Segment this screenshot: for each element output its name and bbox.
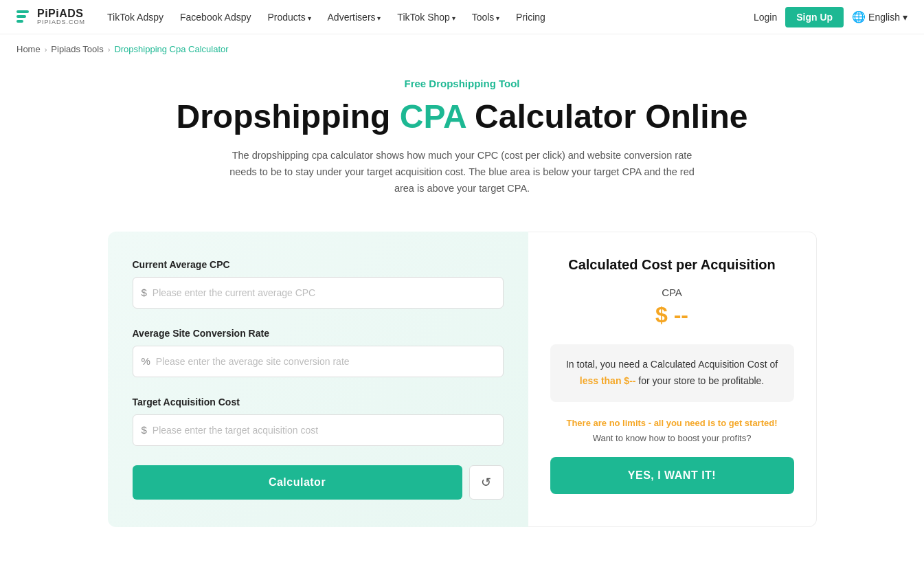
nav-item-tools[interactable]: Tools — [472, 11, 499, 23]
hero-section: Free Dropshipping Tool Dropshipping CPA … — [0, 64, 924, 218]
logo[interactable]: PiPiADS PIPIADS.COM — [16, 8, 85, 26]
hero-title-part1: Dropshipping — [176, 98, 399, 135]
result-info-box: In total, you need a Calculated Acquisit… — [550, 344, 794, 402]
nav-item-products[interactable]: Products — [268, 11, 311, 23]
navbar-right: Login Sign Up 🌐 English ▾ — [754, 7, 908, 27]
target-input[interactable] — [153, 425, 495, 436]
breadcrumb-sep-1: › — [45, 45, 47, 54]
logo-text: PiPiADS PIPIADS.COM — [37, 8, 85, 26]
target-label: Target Acquisition Cost — [133, 397, 504, 408]
nav-item-facebook-adspy[interactable]: Facebook Adspy — [180, 11, 251, 23]
hero-title-cpa: CPA — [400, 98, 466, 135]
language-selector[interactable]: 🌐 English ▾ — [852, 10, 908, 23]
calculator-form-panel: Current Average CPC $ Average Site Conve… — [108, 232, 528, 527]
cpc-label: Current Average CPC — [133, 259, 504, 270]
conversion-label: Average Site Conversion Rate — [133, 328, 504, 339]
breadcrumb-home[interactable]: Home — [16, 44, 41, 54]
hero-title-part2: Calculator Online — [466, 98, 748, 135]
target-prefix: $ — [142, 424, 147, 436]
conversion-prefix: % — [142, 355, 150, 367]
nav-link-tools[interactable]: Tools — [472, 12, 499, 23]
info-text-after: for your store to be profitable. — [635, 375, 764, 386]
cpa-label: CPA — [550, 287, 794, 298]
nav-item-advertisers[interactable]: Advertisers — [328, 11, 381, 23]
result-title: Calculated Cost per Acquisition — [550, 257, 794, 273]
language-label: English — [868, 12, 900, 23]
cpc-input-wrapper: $ — [133, 277, 504, 309]
conversion-form-group: Average Site Conversion Rate % — [133, 328, 504, 377]
result-panel: Calculated Cost per Acquisition CPA $ --… — [528, 232, 817, 527]
nav-item-pricing[interactable]: Pricing — [516, 11, 545, 23]
breadcrumb-tools[interactable]: Pipiads Tools — [51, 44, 103, 54]
nav-link-tiktok-shop[interactable]: TikTok Shop — [397, 12, 455, 23]
signup-button[interactable]: Sign Up — [785, 7, 844, 27]
login-button[interactable]: Login — [754, 12, 777, 23]
nav-link-products[interactable]: Products — [268, 12, 311, 23]
nav-link-facebook-adspy[interactable]: Facebook Adspy — [180, 12, 251, 23]
upsell-line1: There are no limits - all you need is to… — [566, 418, 777, 428]
logo-main-text: PiPiADS — [37, 8, 85, 20]
content-area: Current Average CPC $ Average Site Conve… — [91, 232, 833, 527]
globe-icon: 🌐 — [852, 10, 866, 23]
logo-sub-text: PIPIADS.COM — [37, 19, 85, 26]
reset-icon: ↺ — [481, 475, 491, 490]
form-button-row: Calculator ↺ — [133, 465, 504, 500]
target-input-wrapper: $ — [133, 414, 504, 446]
info-text-before: In total, you need a Calculated Acquisit… — [566, 359, 778, 370]
nav-link-pricing[interactable]: Pricing — [516, 12, 545, 23]
cpc-form-group: Current Average CPC $ — [133, 259, 504, 309]
cpc-input[interactable] — [153, 287, 495, 298]
cpa-value: $ -- — [550, 302, 794, 328]
conversion-input-wrapper: % — [133, 346, 504, 377]
nav-item-tiktok-shop[interactable]: TikTok Shop — [397, 11, 455, 23]
logo-icon — [16, 10, 29, 23]
upsell-text: There are no limits - all you need is to… — [550, 416, 794, 446]
hero-description: The dropshipping cpa calculator shows ho… — [222, 148, 703, 197]
navbar: PiPiADS PIPIADS.COM TikTok Adspy Faceboo… — [0, 0, 924, 34]
upsell-line2: Want to know how to boost your profits? — [593, 433, 752, 443]
conversion-input[interactable] — [156, 356, 495, 367]
nav-menu: TikTok Adspy Facebook Adspy Products Adv… — [107, 11, 754, 23]
reset-button[interactable]: ↺ — [469, 465, 504, 500]
hero-subtitle: Free Dropshipping Tool — [16, 78, 908, 89]
nav-link-tiktok-adspy[interactable]: TikTok Adspy — [107, 12, 164, 23]
breadcrumb-current: Dropshipping Cpa Calculator — [114, 44, 228, 54]
nav-item-tiktok-adspy[interactable]: TikTok Adspy — [107, 11, 164, 23]
yes-button[interactable]: YES, I WANT IT! — [550, 457, 794, 494]
chevron-down-icon: ▾ — [903, 12, 908, 23]
target-form-group: Target Acquisition Cost $ — [133, 397, 504, 446]
info-highlight: less than $-- — [580, 375, 636, 386]
breadcrumb-sep-2: › — [108, 45, 111, 54]
calculator-button[interactable]: Calculator — [133, 465, 462, 500]
nav-link-advertisers[interactable]: Advertisers — [328, 12, 381, 23]
hero-title: Dropshipping CPA Calculator Online — [16, 98, 908, 135]
cpc-prefix: $ — [142, 287, 147, 298]
breadcrumb: Home › Pipiads Tools › Dropshipping Cpa … — [0, 34, 924, 64]
